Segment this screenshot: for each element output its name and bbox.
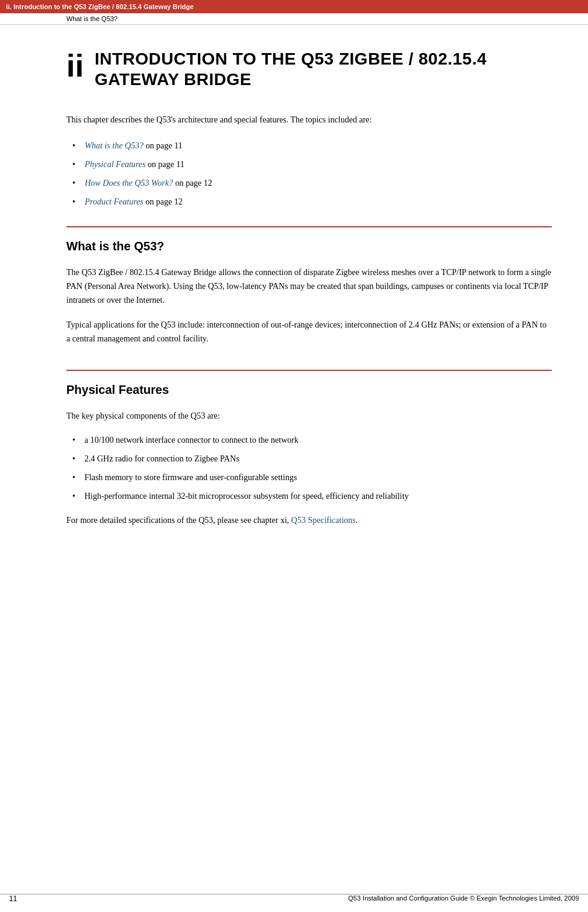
physical-features-footer: For more detailed specifications of the … (66, 513, 552, 527)
chapter-title: Introduction to the Q53 ZigBee / 802.15.… (95, 49, 487, 89)
physical-features-list: a 10/100 network interface connector to … (66, 434, 552, 502)
list-item: How Does the Q53 Work? on page 12 (72, 177, 552, 189)
how-does-q53-work-link[interactable]: How Does the Q53 Work? (84, 179, 172, 188)
page-footer: 11 Q53 Installation and Configuration Gu… (0, 894, 588, 903)
section-heading-physical-features: Physical Features (66, 383, 552, 397)
physical-features-footer-text-before: For more detailed specifications of the … (66, 516, 291, 525)
intro-paragraph: This chapter describes the Q53's archite… (66, 113, 552, 127)
physical-features-link[interactable]: Physical Features (84, 160, 145, 169)
physical-features-footer-text-after: . (356, 516, 358, 525)
what-is-q53-link[interactable]: What is the Q53? (84, 141, 144, 150)
list-item: a 10/100 network interface connector to … (78, 434, 552, 446)
what-is-q53-paragraph-2: Typical applications for the Q53 include… (66, 318, 552, 346)
q53-specifications-link[interactable]: Q53 Specifications (291, 516, 356, 525)
list-item: Product Features on page 12 (72, 195, 552, 208)
section-divider-1 (66, 226, 552, 227)
chapter-number: ii (66, 50, 84, 81)
list-item: What is the Q53? on page 11 (72, 139, 552, 152)
what-is-q53-paragraph-1: The Q53 ZigBee / 802.15.4 Gateway Bridge… (66, 265, 552, 307)
section-heading-what-is-q53: What is the Q53? (66, 239, 552, 253)
footer-page-number: 11 (9, 895, 17, 903)
chapter-header: ii Introduction to the Q53 ZigBee / 802.… (66, 49, 552, 89)
list-item: 2.4 GHz radio for connection to Zigbee P… (78, 452, 552, 465)
breadcrumb-text: ii. Introduction to the Q53 ZigBee / 802… (6, 3, 194, 10)
physical-features-intro: The key physical components of the Q53 a… (66, 409, 552, 423)
list-item: High-performance internal 32-bit micropr… (78, 490, 552, 502)
list-item: Physical Features on page 11 (72, 158, 552, 171)
product-features-link[interactable]: Product Features (84, 197, 143, 206)
topic-links-list: What is the Q53? on page 11 Physical Fea… (66, 139, 552, 208)
footer-title: Q53 Installation and Configuration Guide… (348, 895, 579, 903)
list-item: Flash memory to store firmware and user-… (78, 471, 552, 484)
sub-breadcrumb-text: What is the Q53? (66, 15, 118, 22)
main-content: ii Introduction to the Q53 ZigBee / 802.… (0, 25, 588, 574)
top-breadcrumb-bar: ii. Introduction to the Q53 ZigBee / 802… (0, 0, 588, 13)
section-divider-2 (66, 370, 552, 371)
